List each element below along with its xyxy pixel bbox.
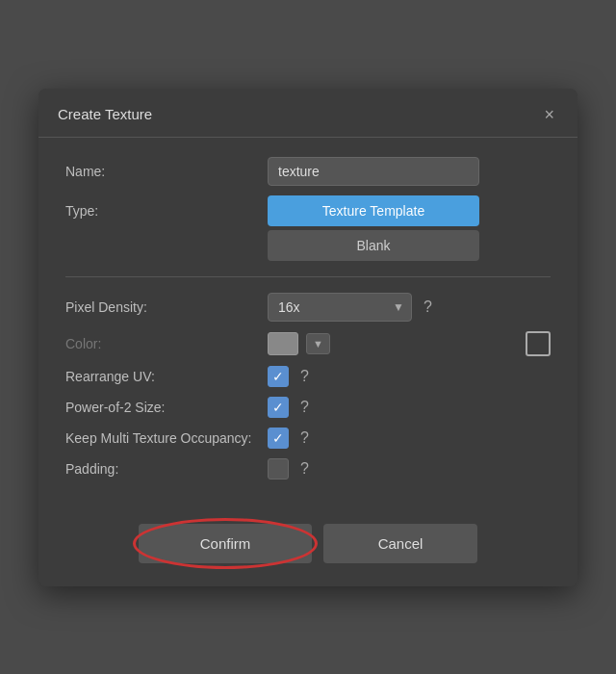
close-button[interactable]: × xyxy=(540,104,558,125)
pixel-density-controls: 16x 8x 4x 2x 1x ▼ ? xyxy=(268,293,551,322)
footer: Confirm Cancel xyxy=(38,508,578,586)
pixel-density-row: Pixel Density: 16x 8x 4x 2x 1x ▼ ? xyxy=(65,293,551,322)
confirm-button[interactable]: Confirm xyxy=(139,524,312,563)
pixel-density-label: Pixel Density: xyxy=(65,299,268,315)
type-label: Type: xyxy=(65,195,268,219)
power-of-2-label: Power-of-2 Size: xyxy=(65,400,268,415)
rearrange-uv-label: Rearrange UV: xyxy=(65,369,268,384)
cancel-button[interactable]: Cancel xyxy=(323,524,477,563)
color-label: Color: xyxy=(65,336,268,351)
pixel-density-dropdown-container: 16x 8x 4x 2x 1x ▼ xyxy=(268,293,412,322)
keep-multi-label: Keep Multi Texture Occupancy: xyxy=(65,430,268,446)
padding-checkbox[interactable] xyxy=(268,458,289,480)
keep-multi-help-icon[interactable]: ? xyxy=(300,429,309,447)
color-controls: ▼ xyxy=(268,331,551,356)
type-texture-template-button[interactable]: Texture Template xyxy=(268,195,479,226)
dialog-title: Create Texture xyxy=(58,106,152,122)
rearrange-uv-row: Rearrange UV: ✓ ? xyxy=(65,366,551,387)
power-of-2-checkmark: ✓ xyxy=(272,401,284,414)
rearrange-uv-checkbox[interactable]: ✓ xyxy=(268,366,289,387)
name-input[interactable] xyxy=(268,157,479,186)
rearrange-uv-checkmark: ✓ xyxy=(272,370,284,383)
type-controls: Texture Template Blank xyxy=(268,195,551,261)
type-row: Type: Texture Template Blank xyxy=(65,195,551,261)
color-row: Color: ▼ xyxy=(65,331,551,356)
keep-multi-checkmark: ✓ xyxy=(272,431,284,445)
padding-row: Padding: ? xyxy=(65,458,551,480)
power-of-2-help-icon[interactable]: ? xyxy=(300,399,309,416)
color-swatch[interactable] xyxy=(268,332,298,355)
title-bar: Create Texture × xyxy=(38,89,578,138)
type-button-group: Texture Template Blank xyxy=(268,195,479,261)
padding-label: Padding: xyxy=(65,461,268,477)
pixel-density-select[interactable]: 16x 8x 4x 2x 1x xyxy=(268,293,412,322)
name-label: Name: xyxy=(65,164,268,179)
name-controls xyxy=(268,157,551,186)
create-texture-dialog: Create Texture × Name: Type: Texture Tem… xyxy=(38,89,578,586)
name-row: Name: xyxy=(65,157,551,186)
padding-controls: ? xyxy=(268,458,551,480)
color-dropdown-button[interactable]: ▼ xyxy=(306,333,330,354)
keep-multi-row: Keep Multi Texture Occupancy: ✓ ? xyxy=(65,428,551,449)
type-blank-button[interactable]: Blank xyxy=(268,230,479,261)
power-of-2-checkbox[interactable]: ✓ xyxy=(268,397,289,418)
keep-multi-checkbox[interactable]: ✓ xyxy=(268,428,289,449)
rearrange-uv-help-icon[interactable]: ? xyxy=(300,368,309,385)
power-of-2-controls: ✓ ? xyxy=(268,397,551,418)
section-divider xyxy=(65,276,551,277)
power-of-2-row: Power-of-2 Size: ✓ ? xyxy=(65,397,551,418)
rearrange-uv-controls: ✓ ? xyxy=(268,366,551,387)
keep-multi-controls: ✓ ? xyxy=(268,428,551,449)
color-square-button[interactable] xyxy=(526,331,551,356)
form-content: Name: Type: Texture Template Blank Pixel… xyxy=(38,138,578,508)
padding-help-icon[interactable]: ? xyxy=(300,460,309,478)
pixel-density-help-icon[interactable]: ? xyxy=(424,298,432,316)
